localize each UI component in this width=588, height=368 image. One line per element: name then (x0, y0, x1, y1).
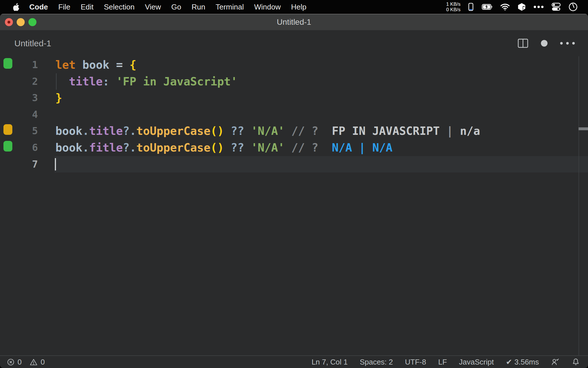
menu-item-file[interactable]: File (53, 0, 76, 14)
tab-actions (518, 30, 575, 56)
code-text: book.fitle?.toUpperCase() ?? 'N/A' // ? … (55, 139, 392, 156)
check-icon: ✔ (506, 358, 512, 367)
line-number: 6 (11, 139, 38, 156)
code-line-5[interactable]: 5book.title?.toUpperCase() ?? 'N/A' // ?… (0, 123, 588, 139)
notifications-bell-icon[interactable] (572, 358, 580, 366)
status-eol[interactable]: LF (438, 358, 447, 367)
line-number: 1 (11, 57, 38, 73)
status-bar: 0 0 Ln 7, Col 1 Spaces: 2 UTF-8 LF JavaS… (0, 355, 588, 368)
line-number: 3 (11, 90, 38, 106)
problems-summary[interactable]: 0 0 (0, 358, 45, 367)
perf-value: 3.56ms (514, 358, 539, 367)
menu-item-code[interactable]: Code (24, 0, 53, 14)
feedback-icon[interactable] (551, 358, 560, 366)
code-text: book.title?.toUpperCase() ?? 'N/A' // ? … (55, 123, 480, 139)
apple-menu-icon[interactable] (13, 3, 20, 11)
menu-items: CodeFileEditSelectionViewGoRunTerminalWi… (24, 0, 312, 14)
split-editor-icon[interactable] (518, 38, 528, 49)
more-actions-icon[interactable] (560, 42, 575, 45)
unsaved-changes-dot-icon[interactable] (541, 40, 548, 47)
code-lines: 1let book = {2 title: 'FP in JavaScript'… (0, 57, 588, 172)
menu-bar-status-icons: 1 KB/s 0 KB/s (446, 0, 588, 14)
menu-item-edit[interactable]: Edit (76, 0, 99, 14)
wifi-icon[interactable] (500, 3, 510, 11)
network-down-speed: 0 KB/s (446, 7, 461, 12)
app-cube-icon[interactable] (517, 3, 526, 11)
error-icon (7, 358, 15, 366)
menu-item-view[interactable]: View (140, 0, 166, 14)
menu-item-run[interactable]: Run (186, 0, 210, 14)
status-quokka-perf[interactable]: ✔ 3.56ms (506, 358, 539, 367)
current-line-highlight (55, 156, 588, 173)
window-title: Untitled-1 (0, 14, 588, 30)
code-line-6[interactable]: 6book.fitle?.toUpperCase() ?? 'N/A' // ?… (0, 139, 588, 156)
code-text: let book = { (55, 57, 136, 73)
code-text: title: 'FP in JavaScript' (55, 73, 237, 90)
overview-ruler-mark (579, 127, 588, 130)
error-count: 0 (18, 358, 22, 367)
warning-icon (30, 358, 38, 366)
code-editor[interactable]: 1let book = {2 title: 'FP in JavaScript'… (0, 56, 588, 355)
line-number: 5 (11, 123, 38, 139)
network-up-speed: 1 KB/s (446, 1, 461, 7)
vscode-window: Untitled-1 Untitled-1 1let book = {2 tit… (0, 14, 588, 368)
control-center-toggles-icon[interactable] (551, 3, 561, 11)
tab-untitled-1[interactable]: Untitled-1 (14, 39, 51, 48)
ellipsis-menu-icon[interactable] (533, 5, 544, 8)
quokka-coverage-marker-orange (3, 124, 12, 135)
status-bar-right: Ln 7, Col 1 Spaces: 2 UTF-8 LF JavaScrip… (312, 358, 588, 367)
line-number: 2 (11, 73, 38, 90)
code-line-2[interactable]: 2 title: 'FP in JavaScript' (0, 73, 588, 90)
menu-item-help[interactable]: Help (286, 0, 312, 14)
quokka-coverage-marker-green (3, 58, 12, 69)
menu-item-window[interactable]: Window (249, 0, 286, 14)
network-speed-indicator[interactable]: 1 KB/s 0 KB/s (446, 1, 461, 12)
editor-tab-bar: Untitled-1 (0, 30, 588, 56)
line-number: 7 (11, 156, 38, 173)
status-encoding[interactable]: UTF-8 (405, 358, 426, 367)
text-cursor (55, 158, 56, 170)
battery-charging-icon[interactable] (482, 3, 493, 11)
menu-item-terminal[interactable]: Terminal (210, 0, 249, 14)
quokka-coverage-marker-green (3, 141, 12, 152)
clock-icon[interactable] (568, 2, 578, 12)
status-cursor-position[interactable]: Ln 7, Col 1 (312, 358, 348, 367)
code-line-4[interactable]: 4 (0, 106, 588, 123)
menu-item-go[interactable]: Go (166, 0, 187, 14)
overview-ruler-border (579, 56, 579, 355)
phone-battery-icon[interactable] (467, 2, 474, 12)
status-language[interactable]: JavaScript (459, 358, 494, 367)
line-number: 4 (11, 106, 38, 123)
code-line-1[interactable]: 1let book = { (0, 57, 588, 73)
code-line-3[interactable]: 3} (0, 90, 588, 106)
window-title-bar[interactable]: Untitled-1 (0, 14, 588, 30)
macos-menu-bar: CodeFileEditSelectionViewGoRunTerminalWi… (0, 0, 588, 14)
status-indentation[interactable]: Spaces: 2 (360, 358, 393, 367)
code-line-7[interactable]: 7 (0, 156, 588, 173)
code-text: } (55, 90, 62, 106)
menu-item-selection[interactable]: Selection (99, 0, 140, 14)
warning-count: 0 (40, 358, 45, 367)
